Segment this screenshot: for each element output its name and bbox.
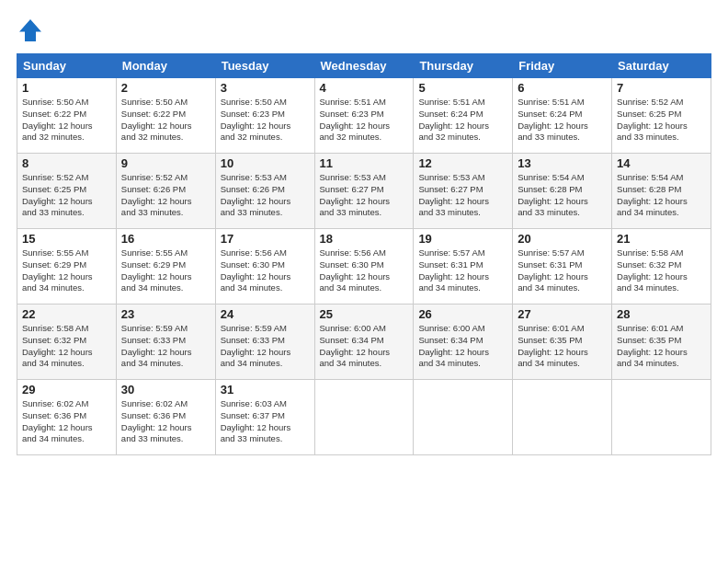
day-info: Sunrise: 6:01 AM Sunset: 6:35 PM Dayligh… (617, 323, 706, 370)
day-info: Sunrise: 5:58 AM Sunset: 6:32 PM Dayligh… (617, 247, 706, 294)
calendar-cell: 14Sunrise: 5:54 AM Sunset: 6:28 PM Dayli… (612, 154, 711, 229)
day-info: Sunrise: 5:58 AM Sunset: 6:32 PM Dayligh… (22, 323, 111, 370)
day-number: 23 (121, 307, 210, 321)
day-number: 15 (22, 232, 111, 246)
logo (17, 17, 48, 44)
day-info: Sunrise: 5:54 AM Sunset: 6:28 PM Dayligh… (617, 172, 706, 219)
day-info: Sunrise: 6:01 AM Sunset: 6:35 PM Dayligh… (518, 323, 607, 370)
day-info: Sunrise: 5:50 AM Sunset: 6:22 PM Dayligh… (22, 97, 111, 144)
page-header (17, 17, 711, 44)
calendar-cell: 26Sunrise: 6:00 AM Sunset: 6:34 PM Dayli… (414, 304, 513, 380)
calendar-week-row: 22Sunrise: 5:58 AM Sunset: 6:32 PM Dayli… (17, 304, 711, 380)
day-info: Sunrise: 6:03 AM Sunset: 6:37 PM Dayligh… (221, 398, 310, 445)
calendar-cell: 15Sunrise: 5:55 AM Sunset: 6:29 PM Dayli… (17, 229, 117, 304)
calendar-cell: 6Sunrise: 5:51 AM Sunset: 6:24 PM Daylig… (513, 78, 612, 154)
calendar-cell: 12Sunrise: 5:53 AM Sunset: 6:27 PM Dayli… (414, 154, 513, 229)
day-number: 11 (320, 156, 409, 170)
day-info: Sunrise: 5:59 AM Sunset: 6:33 PM Dayligh… (121, 323, 210, 370)
calendar-cell: 30Sunrise: 6:02 AM Sunset: 6:36 PM Dayli… (116, 380, 215, 455)
day-number: 26 (418, 307, 507, 321)
calendar-cell: 9Sunrise: 5:52 AM Sunset: 6:26 PM Daylig… (116, 154, 215, 229)
svg-marker-0 (19, 19, 41, 41)
calendar-week-row: 29Sunrise: 6:02 AM Sunset: 6:36 PM Dayli… (17, 380, 711, 455)
calendar-cell: 21Sunrise: 5:58 AM Sunset: 6:32 PM Dayli… (612, 229, 711, 304)
day-info: Sunrise: 5:53 AM Sunset: 6:26 PM Dayligh… (221, 172, 310, 219)
day-info: Sunrise: 5:57 AM Sunset: 6:31 PM Dayligh… (418, 247, 507, 294)
calendar-cell: 31Sunrise: 6:03 AM Sunset: 6:37 PM Dayli… (215, 380, 314, 455)
day-number: 19 (418, 232, 507, 246)
calendar-week-row: 15Sunrise: 5:55 AM Sunset: 6:29 PM Dayli… (17, 229, 711, 304)
day-number: 22 (22, 307, 111, 321)
day-number: 27 (518, 307, 607, 321)
day-number: 25 (320, 307, 409, 321)
day-number: 7 (617, 81, 706, 95)
day-info: Sunrise: 5:51 AM Sunset: 6:24 PM Dayligh… (418, 97, 507, 144)
day-info: Sunrise: 5:55 AM Sunset: 6:29 PM Dayligh… (121, 247, 210, 294)
calendar-cell: 19Sunrise: 5:57 AM Sunset: 6:31 PM Dayli… (414, 229, 513, 304)
page-container: SundayMondayTuesdayWednesdayThursdayFrid… (0, 0, 728, 465)
day-number: 6 (518, 81, 607, 95)
day-number: 29 (22, 383, 111, 396)
calendar-cell: 1Sunrise: 5:50 AM Sunset: 6:22 PM Daylig… (17, 78, 117, 154)
day-info: Sunrise: 5:55 AM Sunset: 6:29 PM Dayligh… (22, 247, 111, 294)
calendar-cell (513, 380, 612, 455)
day-number: 28 (617, 307, 706, 321)
day-number: 14 (617, 156, 706, 170)
day-number: 9 (121, 156, 210, 170)
day-number: 10 (221, 156, 310, 170)
day-info: Sunrise: 5:54 AM Sunset: 6:28 PM Dayligh… (518, 172, 607, 219)
day-info: Sunrise: 6:00 AM Sunset: 6:34 PM Dayligh… (320, 323, 409, 370)
day-info: Sunrise: 5:50 AM Sunset: 6:23 PM Dayligh… (221, 97, 310, 144)
day-number: 2 (121, 81, 210, 95)
day-info: Sunrise: 5:50 AM Sunset: 6:22 PM Dayligh… (121, 97, 210, 144)
calendar-cell: 13Sunrise: 5:54 AM Sunset: 6:28 PM Dayli… (513, 154, 612, 229)
calendar-cell: 24Sunrise: 5:59 AM Sunset: 6:33 PM Dayli… (215, 304, 314, 380)
day-number: 17 (221, 232, 310, 246)
weekday-header-cell: Friday (513, 54, 612, 78)
day-info: Sunrise: 6:02 AM Sunset: 6:36 PM Dayligh… (121, 398, 210, 445)
weekday-header-cell: Tuesday (215, 54, 314, 78)
day-number: 20 (518, 232, 607, 246)
day-number: 3 (221, 81, 310, 95)
calendar-cell: 5Sunrise: 5:51 AM Sunset: 6:24 PM Daylig… (414, 78, 513, 154)
day-info: Sunrise: 5:57 AM Sunset: 6:31 PM Dayligh… (518, 247, 607, 294)
day-number: 1 (22, 81, 111, 95)
calendar-cell: 7Sunrise: 5:52 AM Sunset: 6:25 PM Daylig… (612, 78, 711, 154)
day-info: Sunrise: 5:52 AM Sunset: 6:26 PM Dayligh… (121, 172, 210, 219)
calendar-table: SundayMondayTuesdayWednesdayThursdayFrid… (17, 53, 711, 455)
calendar-cell: 25Sunrise: 6:00 AM Sunset: 6:34 PM Dayli… (314, 304, 414, 380)
calendar-cell: 27Sunrise: 6:01 AM Sunset: 6:35 PM Dayli… (513, 304, 612, 380)
calendar-cell: 11Sunrise: 5:53 AM Sunset: 6:27 PM Dayli… (314, 154, 414, 229)
weekday-header-cell: Sunday (17, 54, 117, 78)
day-info: Sunrise: 5:51 AM Sunset: 6:24 PM Dayligh… (518, 97, 607, 144)
calendar-cell: 4Sunrise: 5:51 AM Sunset: 6:23 PM Daylig… (314, 78, 414, 154)
calendar-cell: 8Sunrise: 5:52 AM Sunset: 6:25 PM Daylig… (17, 154, 117, 229)
day-info: Sunrise: 5:53 AM Sunset: 6:27 PM Dayligh… (418, 172, 507, 219)
day-number: 24 (221, 307, 310, 321)
calendar-cell: 20Sunrise: 5:57 AM Sunset: 6:31 PM Dayli… (513, 229, 612, 304)
day-info: Sunrise: 5:53 AM Sunset: 6:27 PM Dayligh… (320, 172, 409, 219)
day-number: 5 (418, 81, 507, 95)
day-info: Sunrise: 5:59 AM Sunset: 6:33 PM Dayligh… (221, 323, 310, 370)
day-number: 8 (22, 156, 111, 170)
day-number: 12 (418, 156, 507, 170)
day-info: Sunrise: 6:02 AM Sunset: 6:36 PM Dayligh… (22, 398, 111, 445)
calendar-cell (414, 380, 513, 455)
day-number: 16 (121, 232, 210, 246)
calendar-cell: 18Sunrise: 5:56 AM Sunset: 6:30 PM Dayli… (314, 229, 414, 304)
calendar-cell: 10Sunrise: 5:53 AM Sunset: 6:26 PM Dayli… (215, 154, 314, 229)
calendar-cell: 28Sunrise: 6:01 AM Sunset: 6:35 PM Dayli… (612, 304, 711, 380)
day-number: 13 (518, 156, 607, 170)
calendar-cell: 22Sunrise: 5:58 AM Sunset: 6:32 PM Dayli… (17, 304, 117, 380)
weekday-header-row: SundayMondayTuesdayWednesdayThursdayFrid… (17, 54, 711, 78)
day-number: 18 (320, 232, 409, 246)
weekday-header-cell: Wednesday (314, 54, 414, 78)
calendar-cell: 3Sunrise: 5:50 AM Sunset: 6:23 PM Daylig… (215, 78, 314, 154)
calendar-cell (612, 380, 711, 455)
day-info: Sunrise: 5:51 AM Sunset: 6:23 PM Dayligh… (320, 97, 409, 144)
weekday-header-cell: Saturday (612, 54, 711, 78)
calendar-cell: 2Sunrise: 5:50 AM Sunset: 6:22 PM Daylig… (116, 78, 215, 154)
calendar-body: 1Sunrise: 5:50 AM Sunset: 6:22 PM Daylig… (17, 78, 711, 455)
calendar-cell: 16Sunrise: 5:55 AM Sunset: 6:29 PM Dayli… (116, 229, 215, 304)
calendar-week-row: 1Sunrise: 5:50 AM Sunset: 6:22 PM Daylig… (17, 78, 711, 154)
